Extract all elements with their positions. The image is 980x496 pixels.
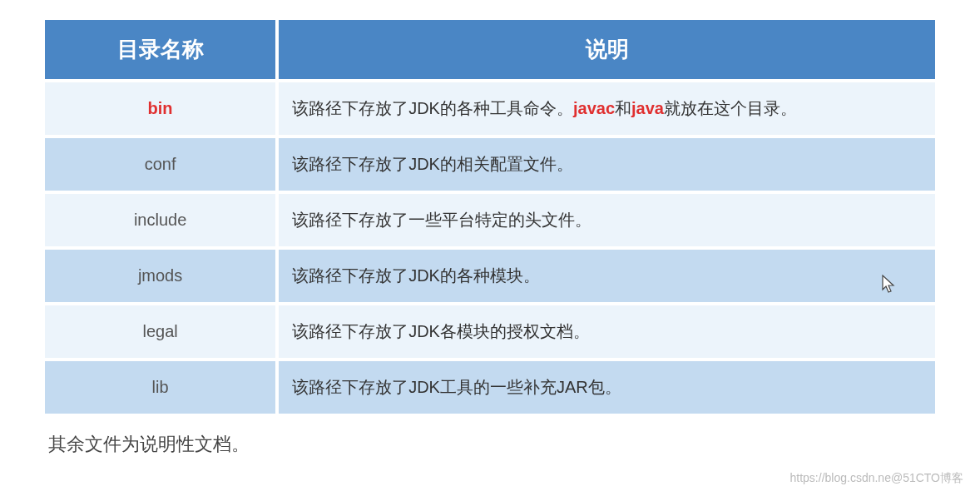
header-desc: 说明	[279, 20, 935, 79]
dir-name-jmods: jmods	[45, 250, 275, 302]
jdk-directory-table: 目录名称 说明 bin 该路径下存放了JDK的各种工具命令。javac和java…	[42, 17, 938, 417]
dir-name-lib: lib	[45, 361, 275, 414]
footnote-text: 其余文件为说明性文档。	[42, 432, 938, 457]
table-row: include 该路径下存放了一些平台特定的头文件。	[45, 194, 935, 246]
dir-desc-conf: 该路径下存放了JDK的相关配置文件。	[279, 138, 935, 191]
dir-desc-jmods: 该路径下存放了JDK的各种模块。	[279, 250, 935, 302]
table-row: jmods 该路径下存放了JDK的各种模块。	[45, 250, 935, 302]
dir-desc-legal: 该路径下存放了JDK各模块的授权文档。	[279, 305, 935, 358]
header-name: 目录名称	[45, 20, 275, 79]
dir-name-include: include	[45, 194, 275, 246]
dir-desc-lib: 该路径下存放了JDK工具的一些补充JAR包。	[279, 361, 935, 414]
dir-name-bin: bin	[148, 99, 173, 117]
table-row: bin 该路径下存放了JDK的各种工具命令。javac和java就放在这个目录。	[45, 82, 935, 135]
dir-name-conf: conf	[45, 138, 275, 191]
dir-desc-include: 该路径下存放了一些平台特定的头文件。	[279, 194, 935, 246]
table-row: lib 该路径下存放了JDK工具的一些补充JAR包。	[45, 361, 935, 414]
dir-desc-bin: 该路径下存放了JDK的各种工具命令。javac和java就放在这个目录。	[279, 82, 935, 135]
table-row: legal 该路径下存放了JDK各模块的授权文档。	[45, 305, 935, 358]
watermark-text: https://blog.csdn.ne@51CTO博客	[790, 471, 964, 486]
dir-name-legal: legal	[45, 305, 275, 358]
table-row: conf 该路径下存放了JDK的相关配置文件。	[45, 138, 935, 191]
